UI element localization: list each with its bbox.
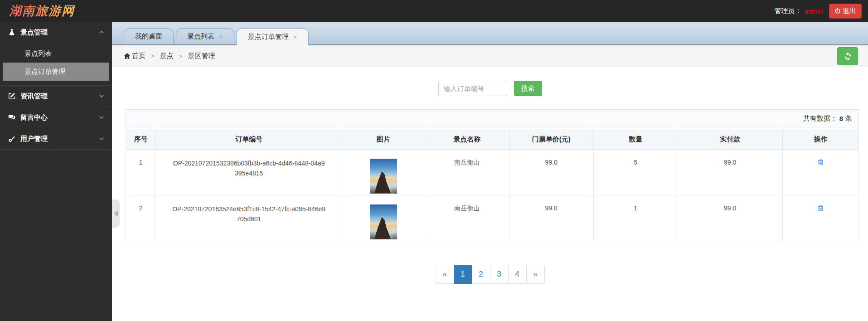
- cell-quantity: 5: [593, 150, 678, 195]
- sidebar-item-news[interactable]: 资讯管理: [0, 86, 112, 107]
- column-header-image: 图片: [342, 129, 425, 150]
- chevron-up-icon: [98, 29, 105, 35]
- breadcrumb-scenic-management[interactable]: 景区管理: [188, 52, 215, 60]
- column-header-paid: 实付款: [678, 129, 782, 150]
- search-button[interactable]: 搜索: [514, 81, 542, 96]
- breadcrumb-separator: >: [151, 53, 155, 59]
- refresh-icon: [844, 52, 852, 61]
- sidebar-item-label: 用户管理: [20, 135, 98, 143]
- sidebar-collapse-handle[interactable]: [112, 199, 120, 228]
- breadcrumb-item: 景区管理: [188, 52, 215, 60]
- sidebar-item-messages[interactable]: 留言中心: [0, 107, 112, 128]
- admin-username: admin: [804, 7, 823, 15]
- admin-label: 管理员：: [774, 7, 801, 15]
- chevron-down-icon: [98, 93, 105, 99]
- trash-icon: [817, 160, 824, 167]
- column-header-name: 景点名称: [425, 129, 509, 150]
- cell-order-no: OP-20210720163524e653f1c8-1542-47fc-a095…: [156, 195, 342, 241]
- close-icon[interactable]: ×: [219, 33, 223, 40]
- sidebar-item-label: 留言中心: [20, 113, 98, 122]
- attraction-photo: [370, 204, 397, 239]
- pagination-prev[interactable]: «: [436, 265, 454, 284]
- cell-image: [342, 195, 425, 241]
- delete-order-button[interactable]: [817, 159, 824, 165]
- sidebar-item-users[interactable]: 用户管理: [0, 128, 112, 149]
- tab-label: 我的桌面: [135, 32, 162, 41]
- table-header-row: 序号 订单编号 图片 景点名称 门票单价(元) 数量 实付款 操作: [126, 129, 859, 150]
- column-header-order-no: 订单编号: [156, 129, 342, 150]
- admin-app: 湖南旅游网 管理员： admin 退出: [0, 0, 868, 321]
- key-icon: [8, 135, 16, 142]
- chevron-down-icon: [98, 114, 105, 121]
- cell-attraction-name: 南岳衡山: [425, 195, 509, 241]
- order-number-input[interactable]: [438, 81, 507, 96]
- pagination: « 1 2 3 4 »: [112, 265, 868, 284]
- tab-attraction-list[interactable]: 景点列表 ×: [176, 28, 234, 44]
- cell-price: 99.0: [509, 195, 593, 241]
- summary-bar: 共有数据： 8 条: [126, 109, 859, 127]
- body: 景点管理 景点列表 景点订单管理: [0, 22, 868, 321]
- cell-order-no: OP-202107201532386b03fb3b-a6cb-4d46-8448…: [156, 150, 342, 195]
- nav-group-attractions: 景点管理 景点列表 景点订单管理: [0, 22, 112, 86]
- flask-icon: [8, 29, 16, 36]
- cell-attraction-name: 南岳衡山: [425, 150, 509, 195]
- nav-group-messages: 留言中心: [0, 107, 112, 128]
- topbar: 湖南旅游网 管理员： admin 退出: [0, 0, 868, 22]
- attraction-photo: [370, 159, 397, 194]
- breadcrumb-item: 景点: [160, 52, 174, 60]
- chevron-left-icon: [114, 210, 118, 217]
- cell-paid: 99.0: [678, 195, 782, 241]
- nav-group-news: 资讯管理: [0, 86, 112, 107]
- close-icon[interactable]: ×: [293, 34, 297, 40]
- cell-paid: 99.0: [678, 150, 782, 195]
- sidebar-item-attraction-list[interactable]: 景点列表: [3, 44, 109, 63]
- pagination-page-3[interactable]: 3: [490, 265, 509, 284]
- breadcrumb-item: 首页: [132, 52, 145, 60]
- logout-label: 退出: [843, 7, 856, 15]
- edit-icon: [8, 92, 16, 100]
- table-row: 1 OP-202107201532386b03fb3b-a6cb-4d46-84…: [126, 150, 859, 195]
- pagination-page-4[interactable]: 4: [508, 265, 527, 284]
- breadcrumb-attractions[interactable]: 景点: [160, 52, 174, 60]
- home-icon: [124, 53, 131, 59]
- content: 我的桌面 景点列表 × 景点订单管理 × 首页 >: [112, 22, 868, 321]
- sidebar-item-order-management[interactable]: 景点订单管理: [3, 63, 109, 81]
- breadcrumb: 首页 > 景点 > 景区管理: [112, 45, 868, 67]
- cell-index: 1: [126, 150, 156, 195]
- site-logo: 湖南旅游网: [0, 3, 75, 19]
- orders-panel: 共有数据： 8 条 序号 订单编号 图片: [126, 109, 859, 241]
- cell-image: [342, 150, 425, 195]
- delete-order-button[interactable]: [817, 204, 824, 211]
- chevron-down-icon: [98, 136, 105, 142]
- power-icon: [834, 8, 841, 14]
- table-row: 2 OP-20210720163524e653f1c8-1542-47fc-a0…: [126, 195, 859, 241]
- pagination-next[interactable]: »: [526, 265, 545, 284]
- page: 搜索 共有数据： 8 条: [112, 67, 868, 321]
- logout-button[interactable]: 退出: [829, 4, 862, 19]
- refresh-button[interactable]: [837, 47, 858, 65]
- sidebar: 景点管理 景点列表 景点订单管理: [0, 22, 112, 321]
- column-header-price: 门票单价(元): [509, 129, 593, 150]
- nav-group-users: 用户管理: [0, 128, 112, 150]
- column-header-action: 操作: [782, 129, 858, 150]
- trash-icon: [817, 206, 824, 213]
- tab-bar: 我的桌面 景点列表 × 景点订单管理 ×: [112, 22, 868, 45]
- breadcrumb-home[interactable]: 首页: [124, 52, 145, 60]
- tab-order-management[interactable]: 景点订单管理 ×: [237, 28, 309, 45]
- topbar-right: 管理员： admin 退出: [774, 4, 868, 19]
- search-row: 搜索: [112, 81, 868, 96]
- breadcrumb-separator: >: [179, 53, 183, 59]
- pagination-page-1[interactable]: 1: [454, 265, 472, 284]
- column-header-index: 序号: [126, 129, 156, 150]
- sidebar-item-attractions[interactable]: 景点管理: [0, 22, 112, 43]
- cell-price: 99.0: [509, 150, 593, 195]
- tab-my-desktop[interactable]: 我的桌面: [124, 28, 174, 44]
- cell-quantity: 1: [593, 195, 678, 241]
- pagination-page-2[interactable]: 2: [472, 265, 490, 284]
- cell-action: [782, 150, 858, 195]
- submenu-attractions: 景点列表 景点订单管理: [0, 43, 112, 85]
- column-header-quantity: 数量: [593, 129, 678, 150]
- sidebar-item-label: 资讯管理: [20, 92, 98, 101]
- sidebar-item-label: 景点管理: [20, 28, 98, 37]
- summary-label: 共有数据：: [803, 114, 837, 123]
